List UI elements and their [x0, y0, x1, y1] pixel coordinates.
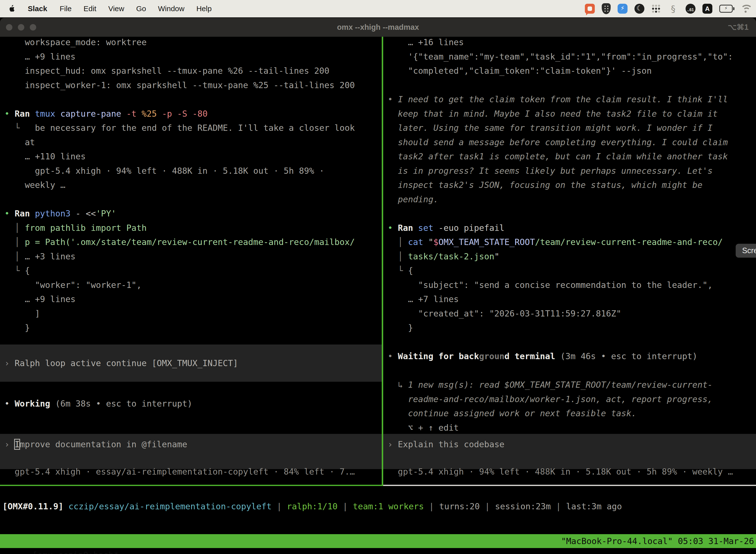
right-composer-input[interactable]: › Explain this codebase	[383, 434, 756, 469]
blank-line	[383, 78, 756, 93]
dots-grid-icon[interactable]	[651, 4, 661, 13]
text-segment: "	[494, 252, 499, 261]
terminal-line: inspect task2's JSON, focusing on the st…	[383, 178, 756, 192]
menubar-status-icons: ..61A	[585, 3, 756, 14]
menu-item-help[interactable]: Help	[190, 4, 218, 13]
right-pane-bottom-border	[383, 485, 756, 486]
text-segment: -p -S -80	[162, 109, 208, 119]
text-segment: Ralph loop active continue [OMX_TMUX_INJ…	[15, 358, 238, 368]
menu-item-view[interactable]: View	[102, 4, 130, 13]
text-segment: Explain this codebase	[398, 439, 504, 449]
text-segment: |	[424, 501, 439, 511]
terminal-line: └ {	[383, 264, 756, 278]
blank-line	[0, 192, 382, 207]
terminal-line: }	[0, 321, 382, 335]
text-segment: "created_at": "2026-03-31T11:59:27.816Z"	[388, 309, 621, 319]
screen-tooltip: Scre	[736, 244, 756, 258]
terminal-line: is in progress? It seems likely but perh…	[383, 164, 756, 178]
text-segment: … +9 lines	[4, 294, 76, 304]
terminal-line: │ tasks/task-2.json"	[383, 250, 756, 264]
menu-item-window[interactable]: Window	[152, 4, 190, 13]
menu-item-go[interactable]: Go	[130, 4, 152, 13]
text-segment: "worker": "worker-1",	[4, 280, 142, 290]
text-segment: tmux	[35, 109, 60, 119]
terminal-line: '{"team_name":"my-team","task_id":"1","f…	[383, 50, 756, 64]
bolt-icon[interactable]	[618, 4, 628, 14]
blank-line	[383, 207, 756, 221]
terminal-line: ⌥ + ↑ edit	[383, 421, 756, 435]
text-segment: %25	[142, 109, 162, 119]
menu-item-file[interactable]: File	[54, 4, 77, 13]
terminal-content: workspace_mode: worktree … +9 lines insp…	[0, 37, 756, 554]
text-segment: … +110 lines	[4, 151, 86, 161]
text-segment: p = Path('.omx/state/team/review-current…	[25, 237, 355, 247]
text-segment: "	[428, 237, 433, 247]
squiggle-icon[interactable]	[668, 3, 679, 14]
text-segment: groun	[479, 351, 504, 361]
apple-menu-icon[interactable]	[0, 5, 21, 12]
text-segment: $	[433, 237, 438, 247]
text-segment: │	[388, 252, 408, 261]
text-segment: ralph:1/10	[287, 501, 337, 511]
terminal-line: └ be necessary for the end of the README…	[0, 121, 382, 135]
text-segment: ›	[4, 358, 15, 368]
text-segment: python3	[35, 209, 76, 218]
terminal-line: … +7 lines	[383, 292, 756, 307]
terminal-line: "worker": "worker-1",	[0, 278, 382, 292]
left-model-status-line: gpt-5.4 xhigh · essay/ai-reimplementatio…	[0, 465, 382, 479]
terminal-window: omx --xhigh --madmax ⌥⌘1 workspace_mode:…	[0, 18, 756, 554]
omx-hud-status-line: [OMX#0.11.9] cczip/essay/ai-reimplementa…	[2, 499, 622, 514]
text-segment: •	[4, 209, 15, 218]
text-segment: Working	[15, 399, 55, 408]
terminal-line: • I need to get the claim token from the…	[383, 92, 756, 107]
menu-item-slack[interactable]: Slack	[21, 4, 54, 13]
terminal-line: weekly …	[0, 178, 382, 192]
text-segment: pending.	[388, 195, 439, 204]
wifi-icon[interactable]	[740, 4, 751, 13]
text-segment: •	[388, 223, 398, 233]
text-segment: last:3m ago	[566, 501, 622, 511]
text-segment: should send a message before completing …	[388, 137, 728, 147]
terminal-line: … +9 lines	[0, 50, 382, 64]
terminal-line: │ p = Path('.omx/state/team/review-curre…	[0, 235, 382, 250]
right-pane-transcript: … +16 lines '{"team_name":"my-team","tas…	[383, 37, 756, 435]
terminal-line: │ … +3 lines	[0, 250, 382, 264]
text-segment: └	[4, 266, 25, 276]
text-segment: {	[25, 266, 30, 276]
blank-line	[0, 92, 382, 107]
text-segment: │	[388, 237, 408, 247]
text-segment: workspace_mode: worktree	[4, 37, 146, 47]
left-pane[interactable]: workspace_mode: worktree … +9 lines insp…	[0, 37, 382, 486]
text-segment: │	[4, 237, 25, 247]
text-segment: inspect_hud: omx sparkshell --tmux-pane …	[4, 66, 329, 76]
text-segment: be necessary for the end of the README. …	[35, 123, 355, 133]
text-segment: readme-and-reco/mailbox/worker-1.json, a…	[388, 394, 712, 404]
text-segment: OMX_TEAM_STATE_ROOT	[439, 237, 535, 247]
text-segment: •	[4, 109, 15, 119]
terminal-line: • Ran python3 - <<'PY'	[0, 207, 382, 221]
tmux-session-label[interactable]: [omx-cczip0:bash*	[33, 550, 119, 554]
window-titlebar[interactable]: omx --xhigh --madmax ⌥⌘1	[0, 18, 756, 37]
menu-item-edit[interactable]: Edit	[78, 4, 103, 13]
terminal-line: ]	[0, 307, 382, 321]
chat-icon[interactable]	[585, 4, 595, 14]
text-segment: Ran	[15, 209, 35, 218]
text-segment: "subject": "send a concise recommendatio…	[388, 280, 712, 290]
text-segment: team:1 workers	[353, 501, 424, 511]
badge61-icon[interactable]: ..61	[686, 4, 695, 14]
terminal-line: readme-and-reco/mailbox/worker-1.json, a…	[383, 392, 756, 406]
text-segment: inspect task2's JSON, focusing on the st…	[388, 180, 702, 190]
left-composer-input[interactable]: › Improve documentation in @filename	[0, 434, 382, 469]
blank-line	[383, 364, 756, 378]
text-segment: Ran	[398, 223, 418, 233]
terminal-line: "completed","claim_token":"claim-token"}…	[383, 64, 756, 78]
text-segment: │	[4, 223, 25, 233]
right-pane[interactable]: … +16 lines '{"team_name":"my-team","tas…	[383, 37, 756, 486]
text-segment: mprove documentation in @filename	[19, 439, 187, 449]
terminal-line: keep that in mind. Maybe I also need the…	[383, 107, 756, 121]
text-segment: "completed","claim_token":"claim-token"}…	[388, 66, 651, 76]
a-square-icon[interactable]: A	[702, 4, 712, 14]
battery-icon[interactable]	[719, 5, 733, 13]
crescent-icon[interactable]	[634, 4, 644, 14]
shield-icon[interactable]	[602, 3, 611, 14]
